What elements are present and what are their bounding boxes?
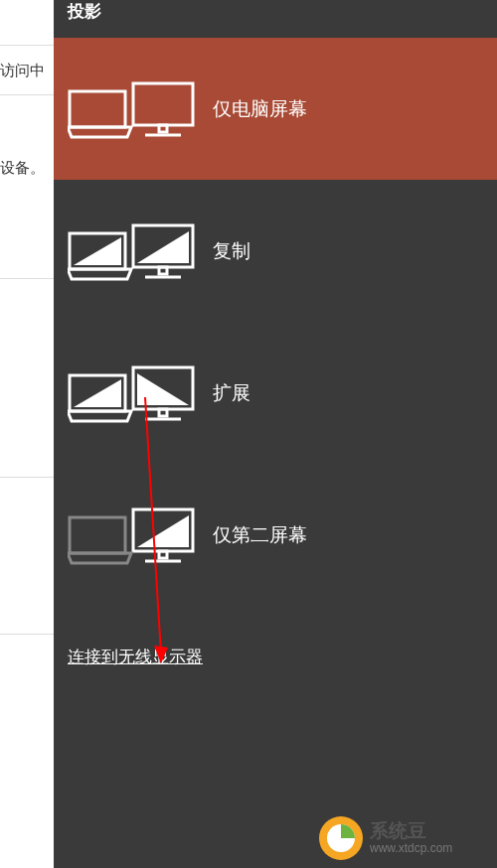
svg-rect-1	[133, 83, 193, 125]
option-second-screen-only[interactable]: 仅第二屏幕	[54, 464, 497, 606]
svg-rect-14	[159, 551, 167, 558]
option-label: 仅电脑屏幕	[213, 96, 307, 122]
svg-rect-10	[159, 409, 167, 416]
bg-divider	[0, 278, 54, 279]
option-label: 复制	[213, 238, 250, 264]
svg-rect-6	[159, 267, 167, 274]
svg-rect-0	[70, 91, 125, 127]
extend-icon	[68, 363, 195, 423]
option-extend[interactable]: 扩展	[54, 322, 497, 464]
bg-text-partial-2: 设备。	[0, 159, 45, 178]
background-area: 访问中 设备。	[0, 0, 54, 868]
bg-divider	[0, 477, 54, 478]
option-duplicate[interactable]: 复制	[54, 180, 497, 322]
panel-title: 投影	[68, 0, 101, 23]
bg-divider	[0, 45, 54, 46]
project-panel: 投影 仅电脑屏幕 复制	[54, 0, 497, 868]
connect-wireless-display-link[interactable]: 连接到无线显示器	[68, 646, 203, 668]
duplicate-icon	[68, 221, 195, 281]
panel-header: 投影	[54, 0, 497, 38]
bg-divider	[0, 94, 54, 95]
option-label: 仅第二屏幕	[213, 522, 307, 548]
bg-text-partial-1: 访问中	[0, 62, 45, 80]
second-screen-only-icon	[68, 506, 195, 565]
bg-divider	[0, 634, 54, 635]
option-label: 扩展	[213, 380, 250, 406]
pc-screen-only-icon	[68, 79, 195, 139]
option-pc-screen-only[interactable]: 仅电脑屏幕	[54, 38, 497, 180]
svg-rect-2	[159, 125, 167, 132]
svg-rect-12	[70, 517, 125, 553]
